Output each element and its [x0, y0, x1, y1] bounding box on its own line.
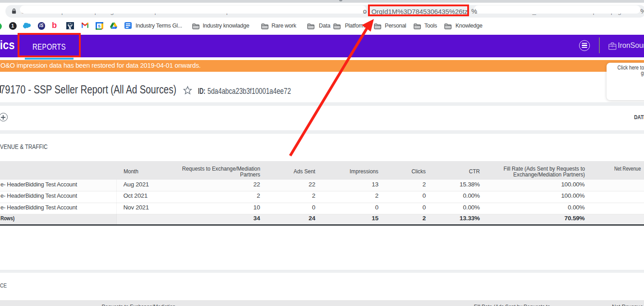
svg-text:5: 5	[98, 23, 100, 28]
